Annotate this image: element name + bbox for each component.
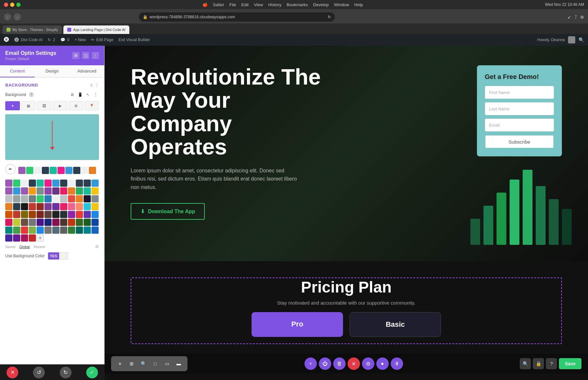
swatch-orange[interactable]: [89, 167, 96, 174]
mac-menu-file[interactable]: File: [229, 2, 236, 7]
collapse-icon[interactable]: ∧: [90, 82, 93, 87]
bg-type-image[interactable]: 🖼: [37, 101, 52, 110]
swatch-green[interactable]: [26, 167, 33, 174]
download-app-button[interactable]: ⬇ Download The App: [131, 203, 205, 220]
palette-swatch-78[interactable]: [52, 227, 59, 234]
close-button[interactable]: [4, 3, 8, 7]
tab-shopify[interactable]: My Store - Themes - Shopify: [3, 25, 62, 34]
palette-swatch-4[interactable]: [37, 180, 44, 187]
palette-swatch-67[interactable]: [60, 219, 67, 226]
yes-toggle[interactable]: YES: [48, 252, 68, 260]
search-right-btn[interactable]: 🔍: [520, 358, 531, 369]
palette-swatch-84[interactable]: [5, 234, 12, 242]
browser-nav[interactable]: ‹ ›: [4, 13, 21, 21]
palette-swatch-40[interactable]: [37, 203, 44, 210]
palette-swatch-81[interactable]: [76, 227, 83, 234]
tab-divi[interactable]: App Landing Page | Divi Code AI: [63, 25, 129, 34]
lock-btn[interactable]: 🔒: [533, 358, 544, 369]
tab-advanced[interactable]: Advanced: [70, 65, 104, 77]
tool-menu[interactable]: ≡: [115, 359, 125, 369]
palette-swatch-8[interactable]: [68, 180, 75, 187]
palette-swatch-1[interactable]: [13, 180, 20, 187]
swatch-teal[interactable]: [50, 167, 57, 174]
palette-swatch-17[interactable]: [44, 187, 52, 195]
palette-swatch-3[interactable]: [29, 180, 36, 187]
palette-swatch-7[interactable]: [60, 180, 67, 187]
browser-icon-1[interactable]: ↙: [567, 14, 571, 20]
palette-swatch-68[interactable]: [68, 219, 75, 226]
palette-swatch-29[interactable]: [44, 195, 52, 202]
palette-tab-recent[interactable]: Recent: [34, 245, 45, 249]
palette-swatch-41[interactable]: [44, 203, 52, 210]
bg-type-pattern[interactable]: ⊞: [69, 101, 83, 110]
palette-swatch-62[interactable]: [21, 219, 28, 226]
palette-swatch-43[interactable]: [60, 203, 67, 210]
wp-revisions[interactable]: ↻ 2: [48, 38, 55, 42]
pause-button[interactable]: ⏸: [391, 357, 403, 370]
settings-icon[interactable]: ⊞: [72, 52, 79, 59]
tool-wireframe[interactable]: □: [150, 359, 160, 369]
tab-design[interactable]: Design: [35, 65, 69, 77]
help-btn[interactable]: ?: [546, 358, 557, 369]
palette-swatch-44[interactable]: [68, 203, 75, 210]
palette-swatch-5[interactable]: [44, 180, 52, 187]
swatch-purple[interactable]: [18, 167, 25, 174]
mac-window-controls[interactable]: [4, 3, 21, 7]
palette-swatch-39[interactable]: [29, 203, 36, 210]
palette-swatch-59[interactable]: [91, 211, 99, 218]
wp-divi-code-ai[interactable]: 🅓 Divi Code AI: [14, 37, 42, 42]
palette-swatch-47[interactable]: [91, 203, 99, 210]
palette-swatch-56[interactable]: [68, 211, 75, 218]
palette-swatch-87[interactable]: [29, 234, 36, 242]
eyedropper-icon[interactable]: ✒: [5, 164, 16, 174]
palette-swatch-45[interactable]: [76, 203, 83, 210]
wp-new[interactable]: + New: [74, 38, 86, 42]
confirm-button[interactable]: ✓: [86, 367, 98, 378]
bg-type-video[interactable]: ▶: [53, 101, 68, 110]
palette-swatch-13[interactable]: [13, 187, 20, 195]
palette-swatch-11[interactable]: [91, 180, 99, 187]
palette-swatch-58[interactable]: [84, 211, 91, 218]
palette-swatch-35[interactable]: [91, 195, 99, 202]
palette-swatch-86[interactable]: [21, 234, 28, 242]
palette-swatch-6[interactable]: [52, 180, 59, 187]
palette-swatch-72[interactable]: [5, 227, 12, 234]
url-bar[interactable]: 🔒 wordpress-784896-3788616.cloudwaysapps…: [139, 12, 335, 22]
palette-swatch-57[interactable]: [76, 211, 83, 218]
mac-menu-develop[interactable]: Develop: [313, 2, 329, 7]
redo-button[interactable]: ↻: [60, 367, 72, 378]
cancel-button-center[interactable]: ✕: [348, 357, 360, 370]
palette-swatch-50[interactable]: [21, 211, 28, 218]
minimize-button[interactable]: [10, 3, 14, 7]
palette-swatch-33[interactable]: [76, 195, 83, 202]
palette-swatch-74[interactable]: [21, 227, 28, 234]
palette-swatch-12[interactable]: [5, 187, 12, 195]
palette-swatch-28[interactable]: [37, 195, 44, 202]
swatch-blue[interactable]: [65, 167, 73, 174]
cursor-icon[interactable]: ↖: [85, 91, 91, 98]
palette-swatch-82[interactable]: [84, 227, 91, 234]
email-input[interactable]: Email: [485, 119, 554, 132]
delete-button[interactable]: 🗑: [333, 357, 346, 370]
undo-button[interactable]: ↺: [33, 367, 45, 378]
power-button[interactable]: ⏻: [319, 357, 331, 370]
browser-icon-2[interactable]: ⤴: [575, 14, 577, 20]
settings-button[interactable]: ⚙: [362, 357, 374, 370]
palette-swatch-10[interactable]: [84, 180, 91, 187]
maximize-button[interactable]: [16, 3, 21, 7]
palette-swatch-49[interactable]: [13, 211, 20, 218]
palette-swatch-23[interactable]: [91, 187, 99, 195]
palette-swatch-42[interactable]: [52, 203, 59, 210]
wp-exit-builder[interactable]: Exit Visual Builder: [119, 38, 150, 42]
tool-row[interactable]: ▬: [174, 359, 184, 369]
palette-swatch-80[interactable]: [68, 227, 75, 234]
palette-swatch-76[interactable]: [37, 227, 44, 234]
palette-swatch-19[interactable]: [60, 187, 67, 195]
add-module-button[interactable]: +: [304, 357, 317, 370]
section-more-icon[interactable]: ⋮: [94, 82, 99, 87]
mac-menu-view[interactable]: View: [254, 2, 263, 7]
mac-menu-history[interactable]: History: [268, 2, 281, 7]
palette-swatch-34[interactable]: [84, 195, 91, 202]
back-button[interactable]: ‹: [4, 13, 11, 21]
swatch-pink[interactable]: [57, 167, 65, 174]
